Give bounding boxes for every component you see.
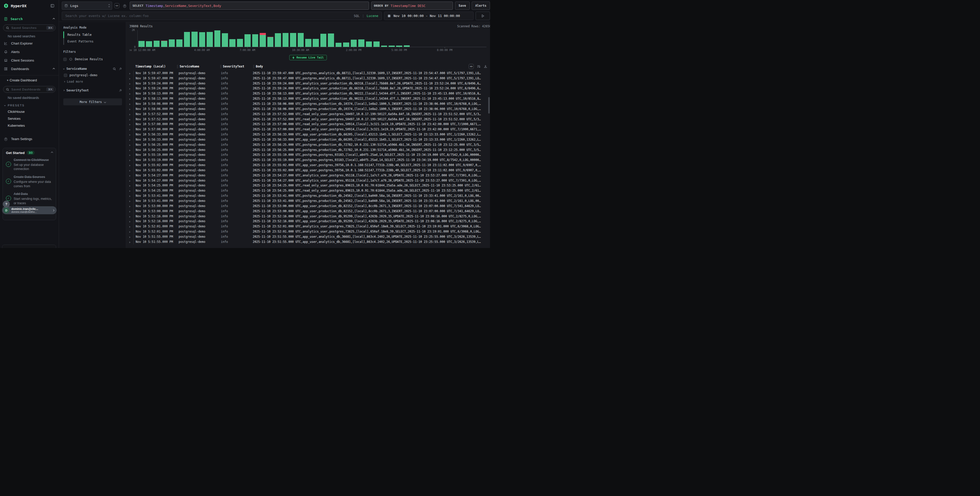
denoise-results-checkbox[interactable]: Denoise Results [63,56,122,62]
events-histogram[interactable]: 2K 0 Nov 10 12:00:00 AM4:00:00 AM7:00:00… [129,29,487,52]
row-expand-icon[interactable] [126,240,133,244]
download-icon[interactable] [484,65,487,68]
chevron-up-icon[interactable] [53,68,55,70]
row-expand-icon[interactable] [126,107,133,111]
table-row[interactable]: Nov 10 5:58:13.000 PMpostgresql-demoinfo… [126,96,490,101]
row-expand-icon[interactable] [126,215,133,218]
resume-live-tail-button[interactable]: Resume Live Tail [289,55,327,60]
table-row[interactable]: Nov 10 5:58:06.000 PMpostgresql-demoinfo… [126,106,490,112]
table-row[interactable]: Nov 10 5:56:33.000 PMpostgresql-demoinfo… [126,132,490,137]
column-header-body[interactable]: Body [256,65,263,68]
row-expand-icon[interactable] [126,71,133,75]
language-toggle-sql[interactable]: SQL [354,14,360,18]
table-row[interactable]: Nov 10 5:57:00.000 PMpostgresql-demoinfo… [126,127,490,132]
presets-section-toggle[interactable]: PRESETS [0,101,59,108]
saved-searches-input[interactable]: Saved Searches ⌘K [3,24,56,31]
table-row[interactable]: Nov 10 5:56:25.000 PMpostgresql-demoinfo… [126,142,490,147]
column-resize-handle[interactable] [253,65,254,68]
table-row[interactable]: Nov 10 5:59:24.000 PMpostgresql-demoinfo… [126,81,490,86]
table-row[interactable]: Nov 10 5:54:27.000 PMpostgresql-demoinfo… [126,173,490,178]
row-expand-icon[interactable] [126,148,133,152]
alerts-button[interactable]: Alerts [472,2,490,10]
row-expand-icon[interactable] [126,117,133,121]
more-filters-button[interactable]: More filters [63,98,122,105]
row-expand-icon[interactable] [126,189,133,192]
table-row[interactable]: Nov 10 5:57:52.000 PMpostgresql-demoinfo… [126,112,490,116]
select-clause-input[interactable]: SELECT Timestamp,ServiceName,SeverityTex… [130,2,369,10]
row-expand-icon[interactable] [126,86,133,90]
row-expand-icon[interactable] [126,92,133,95]
table-row[interactable]: Nov 10 5:56:33.000 PMpostgresql-demoinfo… [126,137,490,142]
facet-servicename[interactable]: ServiceName [63,64,122,72]
row-expand-icon[interactable] [126,132,133,136]
row-expand-icon[interactable] [126,219,133,223]
table-row[interactable]: Nov 10 5:54:25.000 PMpostgresql-demoinfo… [126,183,490,188]
load-more-button[interactable]: Load more [63,78,122,84]
row-expand-icon[interactable] [126,122,133,126]
sidebar-item-team-settings[interactable]: Team Settings [0,135,59,143]
column-header-timestamp[interactable]: Timestamp (Local) [133,65,177,68]
table-row[interactable]: Nov 10 5:53:00.000 PMpostgresql-demoinfo… [126,209,490,214]
sidebar-item-alerts[interactable]: Alerts [0,48,59,56]
vertical-scrollbar[interactable] [488,97,490,113]
table-row[interactable]: Nov 10 5:57:00.000 PMpostgresql-demoinfo… [126,121,490,127]
sidebar-item-client-sessions[interactable]: Client Sessions [0,56,59,65]
create-dashboard-button[interactable]: + Create Dashboard [0,76,59,85]
table-row[interactable]: Nov 10 5:55:19.000 PMpostgresql-demoinfo… [126,157,490,163]
row-expand-icon[interactable] [126,204,133,208]
mode-event-patterns[interactable]: Event Patterns [63,38,122,45]
mode-results-table[interactable]: Results Table [63,32,122,38]
language-toggle-lucene[interactable]: Lucene [367,14,378,18]
table-row[interactable]: Nov 10 5:53:41.000 PMpostgresql-demoinfo… [126,193,490,198]
table-row[interactable]: Nov 10 5:52:01.000 PMpostgresql-demoinfo… [126,224,490,229]
sidebar-collapse-icon[interactable] [50,3,54,8]
facet-search-icon[interactable] [113,67,116,70]
table-row[interactable]: Nov 10 5:52:16.000 PMpostgresql-demoinfo… [126,218,490,224]
event-search-input[interactable]: Search your events w/ Lucene ex. column:… [62,11,382,20]
row-expand-icon[interactable] [126,97,133,100]
row-expand-icon[interactable] [126,225,133,228]
preset-item-kubernetes[interactable]: Kubernetes [0,122,59,129]
run-query-button[interactable] [476,11,490,20]
table-row[interactable]: Nov 10 5:51:55.000 PMpostgresql-demoinfo… [126,239,490,244]
chevron-up-icon[interactable] [51,152,53,154]
preset-item-clickhouse[interactable]: ClickHouse [0,108,59,115]
checkbox[interactable] [63,58,67,61]
row-expand-icon[interactable] [126,235,133,238]
table-row[interactable]: Nov 10 5:55:02.000 PMpostgresql-demoinfo… [126,163,490,167]
row-expand-icon[interactable] [126,81,133,85]
row-expand-icon[interactable] [126,168,133,172]
row-expand-icon[interactable] [126,209,133,213]
row-expand-icon[interactable] [126,153,133,156]
row-expand-icon[interactable] [126,138,133,141]
table-row[interactable]: Nov 10 5:56:25.000 PMpostgresql-demoinfo… [126,147,490,153]
source-select[interactable]: Logs [62,2,112,10]
help-button[interactable]: ? [3,201,10,207]
table-sql-icon[interactable]: <> [469,64,474,69]
checkbox[interactable] [64,73,67,77]
column-resize-handle[interactable] [220,65,221,68]
row-expand-icon[interactable] [126,174,133,177]
source-settings-gear-icon[interactable] [121,3,128,9]
table-row[interactable]: Nov 10 5:52:01.000 PMpostgresql-demoinfo… [126,229,490,234]
row-expand-icon[interactable] [126,158,133,162]
row-expand-icon[interactable] [126,102,133,105]
row-expand-icon[interactable] [126,194,133,198]
row-expand-icon[interactable] [126,179,133,182]
table-row[interactable]: Nov 10 5:59:24.000 PMpostgresql-demoinfo… [126,86,490,91]
column-header-severitytext[interactable]: SeverityText [223,65,253,68]
table-row[interactable]: Nov 10 5:55:02.000 PMpostgresql-demoinfo… [126,167,490,173]
save-button[interactable]: Save [455,2,470,10]
pin-icon[interactable] [119,67,122,70]
row-expand-icon[interactable] [126,163,133,167]
chevron-up-icon[interactable] [53,18,55,20]
sql-editor-icon[interactable]: <> [114,3,119,8]
column-resize-handle[interactable] [177,65,178,68]
row-expand-icon[interactable] [126,143,133,147]
table-row[interactable]: Nov 10 5:57:52.000 PMpostgresql-demoinfo… [126,116,490,122]
row-expand-icon[interactable] [126,77,133,80]
facet-value-postgresql-demo[interactable]: postgresql-demo [63,72,122,78]
table-row[interactable]: Nov 10 5:59:47.000 PMpostgresql-demoinfo… [126,76,490,81]
table-row[interactable]: Nov 10 5:59:47.000 PMpostgresql-demoinfo… [126,70,490,76]
sidebar-item-chart-explorer[interactable]: Chart Explorer [0,39,59,48]
